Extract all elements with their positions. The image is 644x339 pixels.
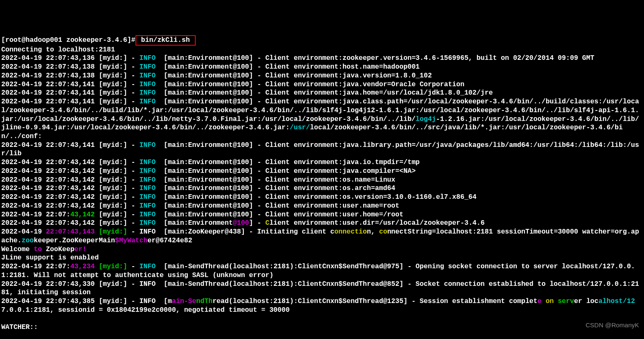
log-level: INFO [139, 72, 156, 80]
log-line: $MyWatch [115, 237, 148, 244]
log-line: [main:Environment@100] - Client environm… [156, 185, 395, 192]
log-level: INFO [139, 176, 156, 184]
log-line: 2022-04-19 22:07:43,142 [myid:] - [1, 202, 139, 210]
log-line: onnectio [335, 228, 367, 236]
log-line: 2022-04-19 22:07:43,142 [myid:] - [1, 219, 139, 227]
log-line: e [537, 298, 542, 305]
log-level: INFO [139, 98, 156, 105]
log-line: 43,234 [70, 263, 95, 270]
log-level: INFO [139, 159, 156, 166]
log-line: [main:Environment@100] - Client environm… [156, 202, 399, 210]
log-level: INFO [139, 193, 156, 201]
log-line: 2022-04-19 22:07:43,330 [myid:] - INFO [… [1, 280, 639, 297]
log-line: [main:Environment@100] - Client environm… [156, 89, 493, 97]
log-line: 2022-04-19 22:07:43,136 [myid:] - [1, 54, 139, 62]
log-line: 2022-04-19 [1, 228, 46, 236]
log-line: keeper.ZooKeeperMain [34, 237, 115, 244]
log-line: 2022-04-19 22:07:43,141 [myid:] - [1, 141, 139, 149]
log-level: INFO [139, 167, 156, 175]
log-line: [main:Environment [156, 219, 233, 227]
log-line: 2022-04-19 22:07: [1, 263, 70, 270]
log-line: 43,142 [70, 211, 95, 218]
log-line: 7.0.0.1:2181, sessionid = 0x18042199e2c0… [1, 306, 290, 314]
log-level: INFO [139, 63, 156, 71]
log-line: [main:Environment@100] - Client environm… [156, 176, 395, 184]
log-line: ZooKeep [46, 246, 74, 253]
log-line: on [542, 298, 558, 305]
log-level: INFO [139, 54, 156, 62]
log-line: log4j [416, 116, 436, 123]
log-line: serv [558, 298, 574, 305]
log-level: INFO [139, 263, 156, 270]
log-line: er@67424e82 [148, 237, 192, 244]
log-line: ain-Se [172, 298, 196, 305]
log-level: INFO [139, 141, 156, 149]
log-level: INFO [139, 185, 156, 192]
log-line: n, [367, 228, 379, 236]
log-line: alhost/12 [598, 298, 635, 305]
terminal-output[interactable]: [root@hadoop001 zookeeper-3.4.6]# bin/zk… [1, 35, 643, 339]
log-line: 2022-04-19 22:07:43,142 [myid:] - [1, 167, 139, 175]
log-line: ndTh [196, 298, 212, 305]
log-line: read(localhost:2181):ClientCnxn$SendThre… [212, 298, 537, 305]
log-line: [main:Environment@100] - Client environm… [156, 159, 419, 166]
log-line: /usr/ [290, 124, 310, 131]
log-level: INFO [139, 89, 156, 97]
shell-prompt: [root@hadoop001 zookeeper-3.4.6]# [1, 36, 135, 44]
log-line: JLine support is enabled [1, 254, 99, 262]
log-line: er! [74, 246, 87, 253]
log-line: 2022-04-19 22:07: [1, 211, 70, 218]
log-line: WATCHER:: [1, 324, 38, 331]
log-line: [main:Environment@100] - Client environm… [156, 211, 404, 218]
log-line: [main:Environment@100] - Client environm… [156, 167, 416, 175]
log-line: 2022-04-19 22:07:43,142 [myid:] - [1, 185, 139, 192]
log-line: - INFO [main:ZooKeeper@438] - Initiating… [127, 228, 334, 236]
log-line: ] - [249, 219, 266, 227]
log-line: 22:07:43,143 [46, 228, 95, 236]
log-line: [main:Environment@100] - Client environm… [156, 72, 432, 80]
log-line: [main:Environment@100] - Client environm… [156, 193, 476, 201]
log-line: 2022-04-19 22:07:43,141 [myid:] - [1, 81, 139, 88]
log-line: [myid:] - [95, 211, 139, 218]
log-line: [main:Environment@100] - Client environm… [156, 54, 594, 62]
log-line: 2022-04-19 22:07:43,141 [myid:] - [1, 89, 139, 97]
log-line: 2022-04-19 22:07:43,385 [myid:] - INFO [… [1, 298, 172, 305]
log-level: INFO [139, 202, 156, 210]
log-level: INFO [139, 219, 156, 227]
log-line: - [127, 263, 139, 270]
log-line: 2022-04-19 22:07:43,138 [myid:] - [1, 72, 139, 80]
log-line: 2022-04-19 22:07:43,142 [myid:] - [1, 176, 139, 184]
command-highlight: bin/zkCli.sh [135, 35, 196, 46]
watermark: CSDN @RomanyK [585, 321, 639, 329]
log-line: 2022-04-19 22:07:43,141 [myid:] - [1, 98, 139, 105]
log-line: 2022-04-19 22:07:43,142 [myid:] - [1, 159, 139, 166]
log-line: [myid:] [95, 228, 127, 236]
log-level: INFO [139, 211, 156, 218]
log-line: [main:Environment@100] - Client environm… [156, 63, 419, 71]
log-line: zoo [22, 237, 34, 244]
log-line: [myid:] [95, 263, 127, 270]
log-line: Welcome [1, 246, 30, 253]
log-line: Connecting to localhost:2181 [1, 46, 115, 54]
log-line: to [30, 246, 46, 253]
log-line: co [379, 228, 387, 236]
log-level: INFO [139, 81, 156, 88]
log-line: [main:Environment@100] - Client environm… [156, 81, 464, 88]
log-line: @100 [233, 219, 249, 227]
log-line: er loc [574, 298, 598, 305]
log-line: lient environment:user.dir=/usr/local/zo… [269, 219, 485, 227]
log-line: 2022-04-19 22:07:43,142 [myid:] - [1, 193, 139, 201]
log-line: 2022-04-19 22:07:43,138 [myid:] - [1, 63, 139, 71]
log-line: C [265, 219, 269, 227]
